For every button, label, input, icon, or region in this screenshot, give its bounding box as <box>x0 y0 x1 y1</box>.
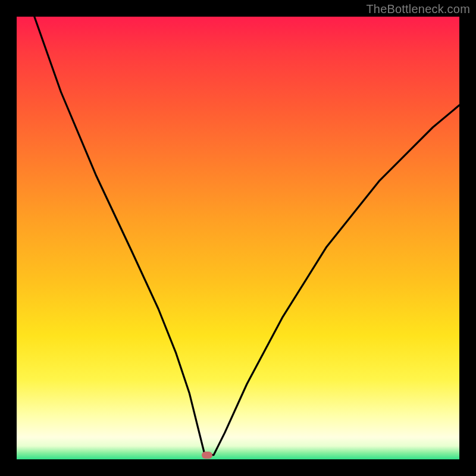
chart-frame: TheBottleneck.com <box>0 0 476 476</box>
optimum-marker <box>202 452 212 459</box>
watermark-text: TheBottleneck.com <box>366 2 470 16</box>
plot-area <box>17 17 459 459</box>
bottleneck-curve <box>17 17 459 459</box>
